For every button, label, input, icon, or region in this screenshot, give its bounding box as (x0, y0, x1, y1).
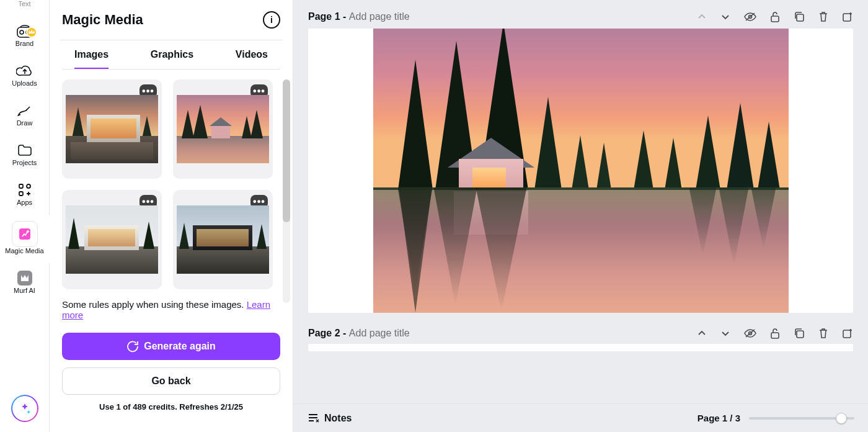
svg-rect-12 (771, 333, 779, 338)
rail-label: Murf AI (14, 287, 35, 294)
zoom-slider[interactable] (749, 417, 854, 420)
page-header: Page 1 - Add page title (293, 0, 868, 29)
tab-graphics[interactable]: Graphics (151, 49, 193, 70)
page-title-placeholder: Add page title (349, 11, 410, 22)
credits-status: Use 1 of 489 credits. Refreshes 2/1/25 (62, 402, 280, 412)
separator: - (340, 11, 349, 22)
cloud-upload-icon (16, 62, 33, 79)
page-title-placeholder: Add page title (349, 328, 410, 338)
page-title[interactable]: Page 2 - Add page title (308, 328, 410, 339)
add-page-button[interactable] (842, 11, 853, 22)
house-graphic (448, 138, 534, 194)
divider (62, 69, 280, 70)
regenerate-icon (126, 340, 139, 353)
rail-label: Uploads (12, 79, 37, 87)
rail-label: Magic Media (5, 247, 43, 254)
button-label: Go back (151, 376, 190, 387)
svg-point-4 (27, 184, 30, 188)
rail-label: Brand (16, 40, 33, 47)
info-button[interactable]: i (263, 11, 280, 29)
svg-rect-8 (771, 16, 779, 22)
delete-button[interactable] (818, 11, 828, 22)
thumbnail-image (66, 205, 158, 274)
result-card[interactable]: ••• (62, 190, 162, 289)
thumbnail-image (66, 95, 158, 163)
apps-icon (16, 181, 33, 199)
svg-rect-3 (19, 184, 23, 188)
rail-item-apps[interactable]: Apps (0, 175, 50, 215)
canvas-area: Page 1 - Add page title (293, 0, 868, 432)
thumbnail-image (177, 205, 269, 274)
rail-label: Apps (17, 199, 32, 206)
scrollbar-handle[interactable] (283, 79, 290, 222)
rail-item-uploads[interactable]: Uploads (0, 56, 50, 96)
rail-item-magic-media[interactable]: Magic Media (0, 215, 50, 263)
svg-rect-14 (843, 330, 851, 338)
zoom-slider-knob[interactable] (836, 413, 847, 424)
delete-button[interactable] (818, 328, 828, 339)
rail-item-brand[interactable]: Brand (0, 16, 50, 56)
page-indicator: Page 1 / 3 (698, 413, 740, 423)
pagination-controls: Page 1 / 3 (698, 413, 854, 423)
page-canvas[interactable] (308, 344, 853, 351)
collapse-up-button[interactable] (697, 328, 707, 339)
side-rail: Text Brand Uploads (0, 0, 50, 432)
crown-badge (26, 27, 37, 38)
notes-icon (307, 413, 319, 424)
lock-button[interactable] (770, 328, 780, 339)
rail-label: Draw (17, 119, 33, 127)
duplicate-button[interactable] (794, 11, 805, 22)
page-title[interactable]: Page 1 - Add page title (308, 11, 410, 22)
magic-media-panel: Magic Media i Images Graphics Videos ••• (50, 0, 293, 432)
murf-ai-icon (16, 269, 33, 287)
rail-item-murf-ai[interactable]: Murf AI (0, 263, 50, 303)
svg-rect-13 (797, 331, 804, 338)
visibility-button[interactable] (744, 11, 756, 22)
rail-item-projects[interactable]: Projects (0, 135, 50, 175)
magic-media-icon (16, 225, 33, 243)
placed-image[interactable] (373, 29, 789, 313)
separator: - (340, 328, 349, 338)
add-page-button[interactable] (842, 328, 853, 339)
collapse-up-button[interactable] (697, 11, 707, 22)
thumbnail-image (177, 95, 269, 163)
lock-button[interactable] (770, 11, 780, 22)
result-card[interactable]: ••• (62, 79, 162, 179)
rail-label: Text (18, 0, 30, 7)
panel-title: Magic Media (62, 12, 143, 28)
svg-point-1 (20, 30, 24, 34)
svg-rect-5 (19, 192, 23, 196)
visibility-button[interactable] (744, 328, 756, 339)
info-icon: i (270, 15, 273, 25)
media-type-tabs: Images Graphics Videos (62, 40, 280, 70)
generate-again-button[interactable]: Generate again (62, 333, 280, 360)
results-grid: ••• ••• (62, 79, 280, 289)
expand-down-button[interactable] (720, 11, 730, 22)
rules-text: Some rules apply when using these images… (62, 299, 247, 310)
tab-images[interactable]: Images (74, 49, 108, 70)
ai-assistant-button[interactable] (11, 395, 38, 422)
go-back-button[interactable]: Go back (62, 367, 280, 395)
page-toolbar (697, 328, 853, 339)
rail-item-draw[interactable]: Draw (0, 96, 50, 135)
page-number-label: Page 2 (308, 328, 340, 338)
usage-rules-text: Some rules apply when using these images… (62, 299, 280, 320)
scrollbar[interactable] (283, 79, 290, 303)
result-card[interactable]: ••• (173, 79, 273, 179)
page-canvas[interactable] (308, 29, 853, 313)
expand-down-button[interactable] (720, 328, 730, 339)
tab-videos[interactable]: Videos (236, 49, 268, 70)
notes-button[interactable]: Notes (307, 413, 352, 424)
draw-icon (16, 102, 33, 119)
rail-label: Projects (12, 159, 37, 166)
button-label: Generate again (144, 341, 216, 352)
result-card[interactable]: ••• (173, 190, 273, 289)
folder-icon (16, 142, 33, 159)
notes-label: Notes (324, 413, 352, 424)
duplicate-button[interactable] (794, 328, 805, 339)
svg-rect-9 (797, 14, 804, 21)
rail-item-text[interactable]: Text (0, 0, 50, 16)
page-header: Page 2 - Add page title (293, 313, 868, 344)
canvas-footer: Notes Page 1 / 3 (293, 403, 868, 432)
page-number-label: Page 1 (308, 11, 340, 22)
